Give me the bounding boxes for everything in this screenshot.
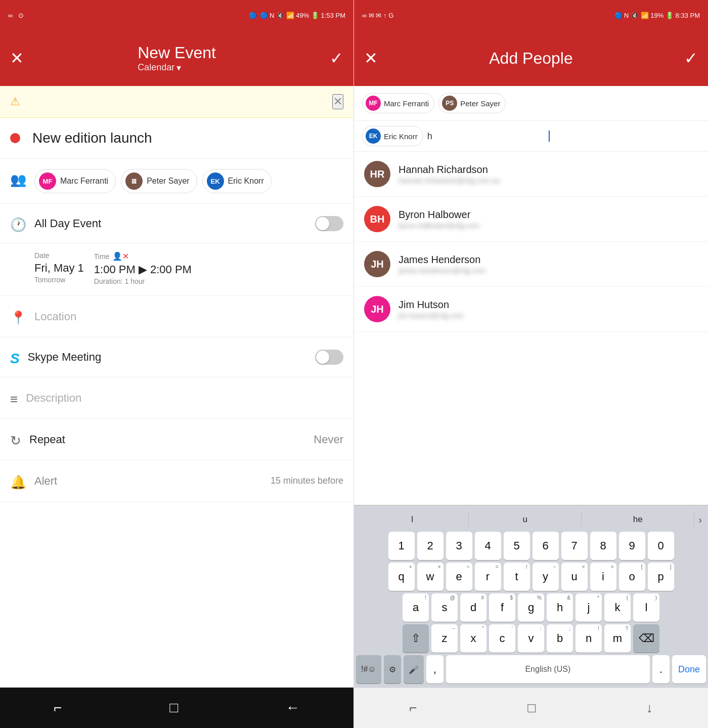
chip-label-marc: Marc Ferranti xyxy=(60,177,108,186)
kb-key-w[interactable]: ×w xyxy=(417,563,444,591)
kb-key-5[interactable]: 5 xyxy=(504,532,530,560)
skype-label: Skype Meeting xyxy=(28,351,307,364)
kb-key-8[interactable]: 8 xyxy=(590,532,616,560)
kb-key-s[interactable]: @s xyxy=(431,593,458,622)
kb-space-key[interactable]: English (US) xyxy=(446,655,650,683)
all-day-toggle[interactable] xyxy=(315,216,343,231)
kb-key-g[interactable]: %g xyxy=(518,593,544,622)
kb-key-v[interactable]: :v xyxy=(518,624,544,653)
kb-key-2[interactable]: 2 xyxy=(417,532,444,560)
kb-comma-key[interactable]: , xyxy=(426,655,444,683)
kb-key-p[interactable]: ]p xyxy=(648,563,674,591)
kb-key-x[interactable]: "x xyxy=(460,624,486,653)
kb-key-z[interactable]: −z xyxy=(431,624,458,653)
kb-key-3[interactable]: 3 xyxy=(446,532,472,560)
kb-special-key[interactable]: !#☺ xyxy=(356,655,381,683)
left-status-left-icons: ∞ ⊙ xyxy=(8,12,24,19)
search-input[interactable] xyxy=(427,131,545,142)
kb-key-t[interactable]: /t xyxy=(504,563,530,591)
kb-key-j[interactable]: *j xyxy=(576,593,602,622)
chip-eric[interactable]: EK Eric Knorr xyxy=(202,169,272,193)
kb-key-e[interactable]: ÷e xyxy=(446,563,472,591)
kb-sug-he[interactable]: he xyxy=(582,512,694,527)
skype-toggle[interactable] xyxy=(315,350,343,365)
kb-key-r[interactable]: =r xyxy=(475,563,501,591)
kb-mic-key[interactable]: 🎤 xyxy=(404,655,424,683)
kb-key-k[interactable]: (k xyxy=(604,593,631,622)
description-row[interactable]: ≡ Description xyxy=(0,377,353,419)
repeat-value: Never xyxy=(314,433,343,446)
kb-key-4[interactable]: 4 xyxy=(475,532,501,560)
all-day-row[interactable]: 🕐 All Day Event xyxy=(0,204,353,243)
right-nav-home-button[interactable]: □ xyxy=(527,700,536,716)
kb-key-u[interactable]: <u xyxy=(561,563,588,591)
left-close-button[interactable]: ✕ xyxy=(10,49,24,68)
left-nav-back-button[interactable]: ⌐ xyxy=(54,700,62,716)
right-check-button[interactable]: ✓ xyxy=(684,49,698,68)
kb-key-n[interactable]: !n xyxy=(576,624,602,653)
kb-shift-key[interactable]: ⇧ xyxy=(403,624,429,653)
kb-key-c[interactable]: 'c xyxy=(489,624,515,653)
name-byron: Byron Halbower xyxy=(399,209,480,221)
kb-period-key[interactable]: . xyxy=(652,655,670,683)
kb-key-h[interactable]: &h xyxy=(547,593,573,622)
date-column[interactable]: Date Fri, May 1 Tomorrow xyxy=(34,251,84,285)
selected-chip-peter[interactable]: PS Peter Sayer xyxy=(438,93,506,113)
kb-key-o[interactable]: [o xyxy=(619,563,645,591)
kb-key-6[interactable]: 6 xyxy=(533,532,559,560)
right-nav-back-button[interactable]: ⌐ xyxy=(409,700,417,716)
notification-close-button[interactable]: ✕ xyxy=(332,94,343,109)
kb-key-0[interactable]: 0 xyxy=(648,532,674,560)
kb-settings-icon[interactable]: ⚙ xyxy=(384,655,401,683)
people-row[interactable]: 👥 MF Marc Ferranti 🖼 Peter Sayer EK Eric… xyxy=(0,159,353,204)
kb-sug-expand-icon[interactable]: › xyxy=(694,514,706,526)
kb-sug-u[interactable]: u xyxy=(469,512,582,527)
suggestion-byron[interactable]: BH Byron Halbower byron.halbower@rdg.com xyxy=(354,197,708,242)
kb-key-i[interactable]: >i xyxy=(590,563,616,591)
chip-peter[interactable]: 🖼 Peter Sayer xyxy=(121,169,197,193)
kb-key-1[interactable]: 1 xyxy=(388,532,415,560)
alert-row[interactable]: 🔔 Alert 15 minutes before xyxy=(0,460,353,502)
kb-key-y[interactable]: −y xyxy=(533,563,559,591)
left-bottom-nav: ⌐ □ ← xyxy=(0,688,353,728)
kb-key-9[interactable]: 9 xyxy=(619,532,645,560)
suggestion-jim[interactable]: JH Jim Hutson jim.hutson@rdg.com xyxy=(354,287,708,332)
time-person-icon: 👤✕ xyxy=(112,251,129,261)
search-input-row[interactable]: EK Eric Knorr xyxy=(354,121,708,152)
kb-key-q[interactable]: +q xyxy=(388,563,415,591)
avatar-byron: BH xyxy=(364,206,390,232)
kb-key-m[interactable]: ?m xyxy=(604,624,631,653)
kb-key-a[interactable]: !a xyxy=(403,593,429,622)
kb-key-7[interactable]: 7 xyxy=(561,532,588,560)
left-calendar-subtitle[interactable]: Calendar ▾ xyxy=(138,62,216,73)
chip-marc[interactable]: MF Marc Ferranti xyxy=(34,169,116,193)
suggestion-hannah[interactable]: HR Hannah Richardson hannah.richardson@r… xyxy=(354,152,708,197)
avatar-marc: MF xyxy=(39,173,56,190)
suggestion-james[interactable]: JH James Henderson james.henderson@rdg.c… xyxy=(354,242,708,287)
time-column[interactable]: Time 👤✕ 1:00 PM ▶ 2:00 PM Duration: 1 ho… xyxy=(94,251,192,285)
location-row[interactable]: 📍 Location xyxy=(0,296,353,337)
selected-chip-marc[interactable]: MF Marc Ferranti xyxy=(362,93,434,113)
kb-key-d[interactable]: #d xyxy=(460,593,486,622)
left-check-button[interactable]: ✓ xyxy=(330,49,343,68)
left-nav-home-button[interactable]: □ xyxy=(169,700,178,716)
right-nav-down-button[interactable]: ↓ xyxy=(646,700,653,716)
event-title-row[interactable]: New edition launch xyxy=(0,118,353,159)
kb-delete-key[interactable]: ⌫ xyxy=(633,624,659,653)
left-page-title: New Event xyxy=(138,44,216,62)
avatar-eric: EK xyxy=(207,173,224,190)
kb-key-b[interactable]: ;b xyxy=(547,624,573,653)
skype-row[interactable]: S Skype Meeting xyxy=(0,337,353,377)
kb-key-f[interactable]: $f xyxy=(489,593,515,622)
right-close-button[interactable]: ✕ xyxy=(364,49,378,68)
left-status-bar: ∞ ⊙ 🔵 🔵 N 🔇 📶 49% 🔋 1:53 PM xyxy=(0,0,353,30)
kb-sug-l[interactable]: l xyxy=(356,512,469,527)
kb-key-l[interactable]: )l xyxy=(633,593,659,622)
info-hannah: Hannah Richardson hannah.richardson@rdg.… xyxy=(399,164,500,185)
repeat-row[interactable]: ↻ Repeat Never xyxy=(0,419,353,460)
repeat-label: Repeat xyxy=(29,433,305,446)
datetime-row: Date Fri, May 1 Tomorrow Time 👤✕ 1:00 PM… xyxy=(0,243,353,296)
left-nav-prev-button[interactable]: ← xyxy=(286,700,300,716)
kb-done-key[interactable]: Done xyxy=(672,655,706,683)
selected-people-row: MF Marc Ferranti PS Peter Sayer xyxy=(354,86,708,121)
